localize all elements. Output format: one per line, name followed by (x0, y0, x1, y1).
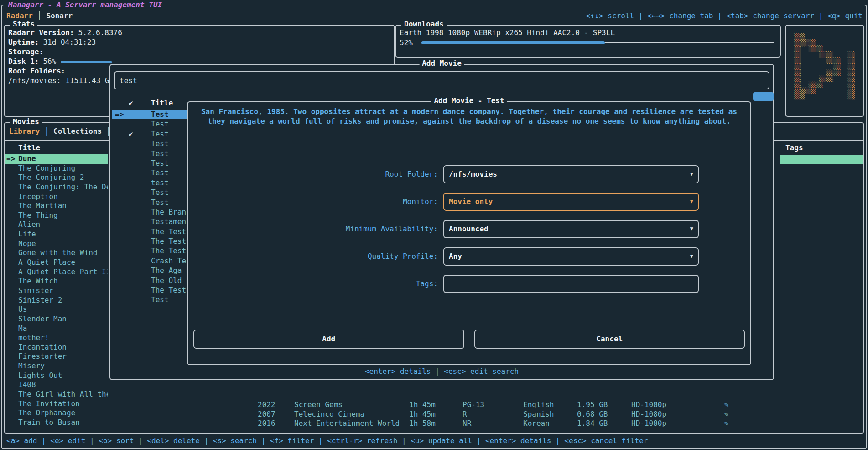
tab-collections[interactable]: Collections (53, 127, 102, 136)
search-result-item[interactable]: The Aga (112, 266, 187, 275)
movie-list-item[interactable]: A Quiet Place Part II (5, 267, 108, 277)
search-result-item[interactable]: The Test (112, 236, 187, 246)
movie-runtime: 1h 58m (409, 419, 436, 429)
form-field-label: Root Folder: (188, 165, 438, 183)
movie-title: The Martian (18, 201, 67, 210)
keybinding-help-top: <↑↓> scroll | <←→> change tab | <tab> ch… (586, 11, 863, 20)
movie-list-item[interactable]: Misery (5, 361, 108, 371)
movie-list-item[interactable]: Gone with the Wind (5, 248, 108, 258)
movie-list-item[interactable]: Slender Man (5, 314, 108, 324)
form-field-dropdown[interactable]: Movie only▼ (443, 193, 699, 211)
movie-list-item[interactable]: =>Dune (5, 154, 108, 164)
movie-list-item[interactable]: The Thing (5, 211, 108, 220)
search-result-item[interactable]: Test (112, 198, 187, 207)
movie-quality: HD-1080p (631, 400, 666, 410)
downloads-panel-title: Downloads (401, 20, 447, 28)
movie-list-item[interactable]: mother! (5, 333, 108, 343)
result-title: Test (151, 130, 169, 138)
movie-list-item[interactable]: Us (5, 305, 108, 314)
tab-library[interactable]: Library (9, 127, 40, 136)
movie-title: The Witch (18, 277, 58, 285)
result-title: Test (151, 139, 169, 148)
download-progress-fill (421, 41, 605, 44)
movie-list-item[interactable]: The Conjuring (5, 164, 108, 173)
form-field-dropdown[interactable] (443, 275, 699, 293)
result-title: Test (151, 110, 169, 119)
edit-movie-icon[interactable]: ✎ (724, 419, 729, 429)
movie-list-item[interactable]: Nope (5, 239, 108, 249)
movie-title: Gone with the Wind (18, 248, 97, 257)
tab-sonarr[interactable]: Sonarr (46, 11, 73, 20)
movie-title: The Thing (18, 211, 58, 220)
search-result-item[interactable]: Test (112, 139, 187, 148)
downloads-body: Earth 1998 1080p WEBRip x265 Hindi AAC2.… (400, 28, 774, 47)
movie-title: Firestarter (18, 352, 67, 361)
results-scrollbar-thumb[interactable] (753, 92, 774, 101)
downloads-panel: Downloads Earth 1998 1080p WEBRip x265 H… (395, 25, 781, 58)
movie-studio: Telecinco Cinema (294, 410, 364, 419)
search-result-item[interactable]: The Bran (112, 207, 187, 217)
movie-list-item[interactable]: The Girl with All the (5, 390, 108, 399)
add-movie-modal: Add Movie - Test San Francisco, 1985. Tw… (187, 101, 751, 365)
edit-movie-icon[interactable]: ✎ (724, 410, 729, 419)
add-button[interactable]: Add (193, 330, 464, 349)
movie-title: Us (18, 305, 27, 314)
movie-list-item[interactable]: Firestarter (5, 352, 108, 361)
movie-list-item[interactable]: Sinister (5, 286, 108, 296)
movie-list-item[interactable]: Life (5, 230, 108, 239)
search-result-item[interactable]: Test (112, 168, 187, 178)
result-title: The Test (151, 237, 186, 246)
movie-list-item[interactable]: 1408 (5, 380, 108, 390)
movie-title: Lights Out (18, 371, 62, 380)
movie-title: Sinister 2 (18, 296, 62, 304)
search-result-item[interactable]: Crash Te (112, 256, 187, 266)
search-result-item[interactable]: Test (112, 158, 187, 168)
movie-studio: Next Entertainment World (294, 419, 400, 429)
form-field-value: Movie only (449, 197, 493, 206)
search-result-item[interactable]: Test (112, 149, 187, 158)
result-title: Crash Te (151, 256, 186, 265)
result-title: Test (151, 149, 169, 158)
movie-list-item[interactable]: Sinister 2 (5, 296, 108, 305)
movie-title: Dune (18, 154, 36, 163)
form-field-label: Monitor: (188, 193, 438, 211)
form-field-dropdown[interactable]: Any▼ (443, 247, 699, 266)
search-result-item[interactable]: ✔Test (112, 129, 187, 139)
movie-list-item[interactable]: Inception (5, 192, 108, 202)
movie-list-item[interactable]: Alien (5, 220, 108, 230)
search-result-item[interactable]: test (112, 178, 187, 188)
movie-size: 1.84 GB (577, 419, 608, 429)
tab-radarr[interactable]: Radarr (6, 11, 33, 20)
result-title: Test (151, 295, 169, 304)
movie-list-item[interactable]: The Martian (5, 201, 108, 211)
search-result-item[interactable]: Test (112, 295, 187, 304)
movie-year: 2007 (258, 410, 275, 419)
movie-list-item[interactable]: Incantation (5, 343, 108, 352)
movie-runtime: 1h 45m (409, 400, 436, 410)
storage-label: Storage: (8, 47, 43, 56)
tab-separator: │ (37, 11, 42, 20)
chevron-down-icon: ▼ (690, 221, 693, 237)
movie-list-item[interactable]: The Witch (5, 277, 108, 286)
form-field-dropdown[interactable]: /nfs/movies▼ (443, 165, 699, 183)
chevron-down-icon: ▼ (690, 248, 693, 264)
search-result-item[interactable]: The Test (112, 227, 187, 236)
search-result-item[interactable]: =>Test (112, 110, 187, 119)
movie-search-input[interactable] (114, 71, 769, 89)
edit-movie-icon[interactable]: ✎ (724, 400, 729, 410)
movie-list-item[interactable]: The Conjuring 2 (5, 173, 108, 183)
search-result-item[interactable]: Testamen (112, 217, 187, 226)
search-result-item[interactable]: The Test (112, 246, 187, 256)
movie-list-item[interactable]: Ma (5, 324, 108, 334)
movie-list-item[interactable]: Lights Out (5, 371, 108, 381)
cancel-button[interactable]: Cancel (474, 330, 745, 349)
search-result-item[interactable]: Test (112, 119, 187, 129)
movie-list-item[interactable]: The Conjuring: The De (5, 183, 108, 192)
logo-panel: ░░░ ░░░░░░ ░░ ░░░░ ░░ ░░░░ ░░ ░░ ░░░░ ░░… (785, 25, 864, 117)
movie-title: Misery (18, 361, 45, 370)
form-field-dropdown[interactable]: Announced▼ (443, 220, 699, 238)
search-result-item[interactable]: The Old (112, 276, 187, 285)
movie-list-item[interactable]: A Quiet Place (5, 258, 108, 267)
search-result-item[interactable]: Test (112, 188, 187, 197)
search-result-item[interactable]: The Test (112, 285, 187, 295)
